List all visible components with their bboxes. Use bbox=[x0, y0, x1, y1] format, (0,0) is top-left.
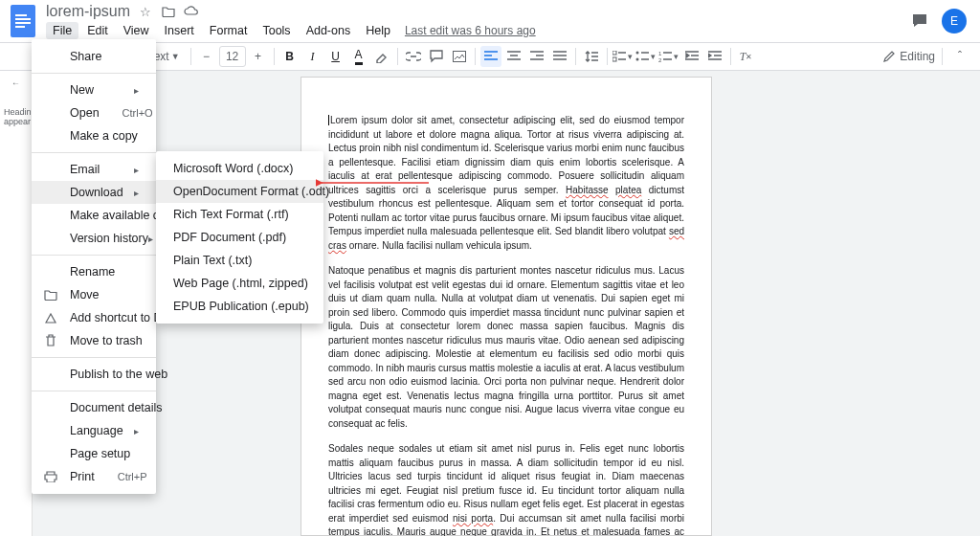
menu-view[interactable]: View bbox=[117, 22, 156, 39]
bold-button[interactable]: B bbox=[279, 46, 301, 67]
menu-email[interactable]: Email▸ bbox=[32, 158, 156, 181]
menu-print[interactable]: PrintCtrl+P bbox=[32, 465, 156, 488]
menu-new[interactable]: New▸ bbox=[32, 78, 156, 101]
menu-file[interactable]: File bbox=[46, 22, 78, 39]
download-odt[interactable]: OpenDocument Format (.odt) bbox=[156, 180, 323, 203]
align-center-button[interactable] bbox=[503, 46, 524, 67]
svg-rect-7 bbox=[612, 57, 616, 61]
folder-move-icon bbox=[43, 287, 58, 302]
comments-icon[interactable] bbox=[907, 9, 932, 34]
header: lorem-ipsum ☆ File Edit View Insert Form… bbox=[0, 0, 980, 42]
menu-open[interactable]: OpenCtrl+O bbox=[32, 101, 156, 124]
menu-move-trash[interactable]: Move to trash bbox=[32, 329, 156, 352]
menu-doc-details[interactable]: Document details bbox=[32, 396, 156, 419]
pencil-icon bbox=[882, 50, 896, 63]
menu-share[interactable]: Share bbox=[32, 45, 156, 68]
svg-rect-3 bbox=[15, 22, 31, 24]
svg-rect-4 bbox=[15, 26, 25, 28]
header-right: E bbox=[907, 9, 967, 34]
download-html[interactable]: Web Page (.html, zipped) bbox=[156, 272, 323, 295]
mode-label: Editing bbox=[900, 50, 935, 63]
menu-make-offline[interactable]: Make available offline bbox=[32, 204, 156, 227]
menu-page-setup[interactable]: Page setup bbox=[32, 442, 156, 465]
font-size-input[interactable]: 12 bbox=[219, 46, 246, 67]
align-right-button[interactable] bbox=[526, 46, 547, 67]
cloud-status-icon[interactable] bbox=[184, 4, 199, 19]
menu-insert[interactable]: Insert bbox=[158, 22, 201, 39]
download-rtf[interactable]: Rich Text Format (.rtf) bbox=[156, 203, 323, 226]
download-txt[interactable]: Plain Text (.txt) bbox=[156, 249, 323, 272]
paragraph-1[interactable]: Lorem ipsum dolor sit amet, consectetur … bbox=[328, 114, 684, 253]
drive-shortcut-icon bbox=[43, 310, 58, 325]
outline-placeholder-1: Headin bbox=[4, 107, 28, 117]
font-increase-button[interactable]: + bbox=[248, 46, 269, 67]
highlight-color-button[interactable] bbox=[371, 46, 392, 67]
italic-button[interactable]: I bbox=[302, 46, 323, 67]
download-pdf[interactable]: PDF Document (.pdf) bbox=[156, 226, 323, 249]
svg-text:2: 2 bbox=[658, 57, 662, 62]
title-area: lorem-ipsum ☆ File Edit View Insert Form… bbox=[46, 3, 900, 39]
mode-selector[interactable]: Editing bbox=[882, 50, 935, 63]
menu-download[interactable]: Download▸ bbox=[32, 181, 156, 204]
menu-move[interactable]: Move bbox=[32, 283, 156, 306]
paragraph-2[interactable]: Natoque penatibus et magnis dis parturie… bbox=[328, 264, 684, 431]
svg-rect-1 bbox=[15, 14, 27, 16]
bulleted-list-button[interactable]: ▾ bbox=[635, 46, 657, 67]
menubar: File Edit View Insert Format Tools Add-o… bbox=[46, 22, 900, 39]
move-folder-icon[interactable] bbox=[161, 4, 176, 19]
print-icon bbox=[43, 469, 58, 484]
align-left-button[interactable] bbox=[480, 46, 501, 67]
file-menu: Share New▸ OpenCtrl+O Make a copy Email▸… bbox=[32, 39, 156, 494]
menu-format[interactable]: Format bbox=[203, 22, 255, 39]
svg-rect-0 bbox=[11, 5, 35, 37]
insert-link-button[interactable] bbox=[403, 46, 424, 67]
avatar[interactable]: E bbox=[942, 9, 967, 34]
decrease-indent-button[interactable] bbox=[681, 46, 702, 67]
font-decrease-button[interactable]: − bbox=[196, 46, 217, 67]
outline-strip: ← Headin appear bbox=[0, 71, 33, 536]
svg-text:1: 1 bbox=[658, 51, 662, 56]
checklist-button[interactable]: ▾ bbox=[612, 46, 634, 67]
download-epub[interactable]: EPUB Publication (.epub) bbox=[156, 295, 323, 318]
menu-publish-web[interactable]: Publish to the web bbox=[32, 363, 156, 386]
increase-indent-button[interactable] bbox=[704, 46, 725, 67]
clear-formatting-button[interactable]: T✕ bbox=[736, 46, 757, 67]
text-color-button[interactable]: A bbox=[348, 46, 369, 67]
expand-up-button[interactable]: ˆ bbox=[949, 46, 970, 67]
menu-version-history[interactable]: Version history▸ bbox=[32, 227, 156, 250]
trash-icon bbox=[43, 333, 58, 348]
line-spacing-button[interactable] bbox=[581, 46, 602, 67]
docs-logo-icon[interactable] bbox=[8, 6, 38, 36]
menu-rename[interactable]: Rename bbox=[32, 260, 156, 283]
page[interactable]: Lorem ipsum dolor sit amet, consectetur … bbox=[301, 77, 712, 536]
menu-edit[interactable]: Edit bbox=[80, 22, 115, 39]
svg-point-8 bbox=[636, 52, 639, 55]
underline-button[interactable]: U bbox=[325, 46, 346, 67]
text-cursor bbox=[328, 115, 329, 125]
menu-add-shortcut[interactable]: Add shortcut to Drive bbox=[32, 306, 156, 329]
menu-language[interactable]: Language▸ bbox=[32, 419, 156, 442]
menu-addons[interactable]: Add-ons bbox=[300, 22, 358, 39]
menu-make-copy[interactable]: Make a copy bbox=[32, 124, 156, 147]
align-justify-button[interactable] bbox=[549, 46, 570, 67]
star-icon[interactable]: ☆ bbox=[138, 4, 153, 19]
insert-comment-button[interactable] bbox=[426, 46, 447, 67]
doc-title[interactable]: lorem-ipsum bbox=[46, 3, 130, 20]
svg-rect-6 bbox=[612, 51, 616, 55]
paragraph-3[interactable]: Sodales neque sodales ut etiam sit amet … bbox=[328, 442, 684, 536]
last-edit-link[interactable]: Last edit was 6 hours ago bbox=[405, 24, 536, 37]
download-docx[interactable]: Microsoft Word (.docx) bbox=[156, 157, 323, 180]
outline-placeholder-2: appear bbox=[4, 117, 28, 126]
menu-tools[interactable]: Tools bbox=[256, 22, 297, 39]
menu-help[interactable]: Help bbox=[359, 22, 397, 39]
svg-point-9 bbox=[636, 58, 639, 61]
insert-image-button[interactable] bbox=[449, 46, 470, 67]
numbered-list-button[interactable]: 12▾ bbox=[658, 46, 679, 67]
outline-collapse-button[interactable]: ← bbox=[4, 78, 28, 88]
download-submenu: Microsoft Word (.docx) OpenDocument Form… bbox=[156, 151, 323, 324]
svg-rect-2 bbox=[15, 18, 31, 20]
